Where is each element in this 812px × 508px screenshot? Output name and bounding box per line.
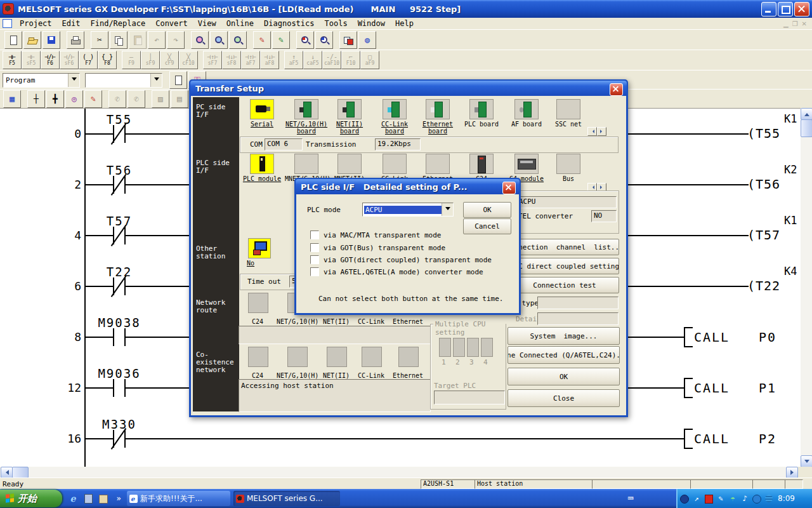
update-tray-icon[interactable] (764, 494, 774, 504)
pc-if-net2-board[interactable]: NET(II) board (328, 99, 371, 135)
scroll-left-icon[interactable] (587, 127, 597, 136)
checkbox-got-bus[interactable] (310, 243, 319, 252)
coil[interactable]: (T22 (747, 278, 780, 293)
taskbar-clock[interactable]: 8:09 (778, 494, 795, 503)
net-traffic-tray-icon[interactable]: ↗ (691, 494, 702, 504)
pc-if-netg10-board[interactable]: NET/G,10(H) board (285, 99, 328, 135)
keyboard-layout-icon[interactable]: ⌨ (625, 493, 636, 504)
restore-button[interactable] (778, 2, 793, 17)
falling-pulse-branch-button[interactable]: ⊣↓⊢aF8 (260, 51, 279, 69)
toolbar4-btn-3[interactable]: ╋ (46, 90, 64, 108)
minimize-button[interactable] (761, 2, 776, 17)
coex-ethernet[interactable] (398, 347, 419, 367)
contact-no[interactable] (113, 379, 114, 397)
coex-c24[interactable] (248, 347, 268, 367)
other-station-no[interactable]: No (237, 238, 280, 267)
scroll-left-button[interactable] (1, 467, 13, 478)
zoom-out-button[interactable] (296, 31, 314, 49)
horizontal-line-button[interactable]: —F9 (122, 51, 141, 69)
network-c24[interactable] (248, 293, 268, 313)
call-instruction[interactable]: CALL (694, 330, 730, 345)
toolbar4-btn-1[interactable]: ▦ (3, 90, 21, 108)
rising-pulse-branch-button[interactable]: ⊣↑⊢aF7 (241, 51, 260, 69)
connection-channel-list-button[interactable]: Connection channel list... (510, 239, 619, 255)
device-comment-button[interactable]: ✎ (253, 31, 271, 49)
cpu-slot-1[interactable] (439, 338, 451, 357)
menu-tools[interactable]: Tools (320, 19, 353, 28)
pc-if-cclink-board[interactable]: CC-Link board (373, 99, 416, 135)
menu-find-replace[interactable]: Find/Replace (85, 19, 150, 28)
find-instruction-button[interactable] (229, 31, 247, 49)
close-icon[interactable] (610, 83, 623, 96)
cpu-slot-3[interactable] (467, 338, 479, 357)
start-button[interactable]: 开始 (0, 490, 62, 507)
find-contact-button[interactable] (210, 31, 228, 49)
program-select[interactable]: Program (3, 73, 80, 88)
toolbar4-btn-7[interactable]: ✆ (128, 90, 145, 108)
coil[interactable]: (T55 (747, 126, 780, 141)
pc-if-ethernet-board[interactable]: Ethernet board (416, 99, 459, 135)
quicklaunch-icon-2[interactable] (82, 493, 94, 504)
vertical-line-button[interactable]: │sF9 (141, 51, 160, 69)
coex-cclink[interactable] (362, 347, 382, 367)
close-dialog-button[interactable]: Close (508, 389, 620, 407)
cpu-slot-2[interactable] (453, 338, 465, 357)
toolbar4-btn-6[interactable]: ✆ (108, 90, 126, 108)
line-connected-button[interactable]: Line Connected (Q/A6TEL,C24)... (508, 346, 620, 364)
plc-if-bus[interactable]: Bus (547, 154, 590, 182)
print-button[interactable] (67, 31, 84, 49)
volume-tray-icon[interactable]: ♪ (740, 494, 750, 504)
chevron-down-icon[interactable] (150, 74, 162, 87)
falling-pulse-button[interactable]: ⊣↓⊢sF8 (222, 51, 241, 69)
find-device-button[interactable] (191, 31, 209, 49)
mdi-child-icon[interactable] (3, 19, 12, 28)
menu-online[interactable]: Online (221, 19, 259, 28)
toolbar4-btn-9[interactable]: ▤ (171, 90, 188, 108)
checkbox-got-direct[interactable] (310, 255, 319, 264)
checkbox-mac-mta[interactable] (310, 231, 319, 239)
quicklaunch-icon-3[interactable] (98, 493, 109, 504)
pc-if-serial[interactable]: Serial (240, 99, 284, 128)
inline-st-button[interactable]: □aF9 (360, 51, 379, 69)
scroll-down-button[interactable] (801, 455, 812, 467)
call-instruction[interactable]: CALL (694, 431, 730, 446)
horizontal-scrollbar[interactable] (0, 467, 798, 478)
chevron-down-icon[interactable] (442, 203, 453, 216)
quicklaunch-overflow-chevron[interactable]: » (113, 493, 124, 504)
vertical-scrollbar[interactable] (801, 108, 812, 467)
umbrella-tray-icon[interactable]: ☂ (728, 494, 738, 504)
zoom-in-button[interactable] (315, 31, 333, 49)
cut-button[interactable]: ✂ (91, 31, 108, 49)
toolbar4-btn-4[interactable]: ◎ (65, 90, 83, 108)
antivirus-tray-icon[interactable] (704, 494, 714, 504)
undo-button[interactable]: ↶ (148, 31, 166, 49)
menu-convert[interactable]: Convert (150, 19, 193, 28)
cpu-slot-4[interactable] (481, 338, 493, 357)
vscroll-thumb[interactable] (801, 119, 812, 137)
call-instruction[interactable]: CALL (694, 380, 730, 396)
checkbox-a6tel-q6tel[interactable] (310, 267, 319, 276)
delete-vline-button[interactable]: ╳cF10 (179, 51, 198, 69)
scroll-right-icon[interactable] (597, 127, 606, 136)
paste-button[interactable] (129, 31, 147, 49)
application-instruction-button[interactable]: { }F8 (98, 51, 117, 69)
system-image-button[interactable]: System image... (508, 327, 620, 345)
contact-no[interactable] (113, 328, 114, 346)
data-name-select[interactable] (85, 73, 162, 88)
close-button[interactable] (794, 2, 809, 17)
falling-edge-button[interactable]: ↓caF5 (303, 51, 322, 69)
task-button-forum[interactable]: e 新手求助!!!关于... (127, 491, 230, 506)
statement-button[interactable]: ✎ (272, 31, 290, 49)
coil[interactable]: (T57 (747, 227, 780, 243)
invert-result-button[interactable]: -/-caF10 (322, 51, 341, 69)
comment-display-button[interactable] (169, 71, 187, 89)
scroll-right-button[interactable] (786, 467, 798, 478)
coil[interactable]: (T56 (747, 177, 780, 192)
plc-if-titlebar[interactable]: PLC side I/F Detailed setting of P... (296, 179, 520, 194)
copy-button[interactable] (110, 31, 128, 49)
transfer-setup-titlebar[interactable]: Transfer Setup (190, 81, 627, 96)
open-button[interactable] (23, 31, 41, 49)
closed-contact-button[interactable]: ⊣/⊢F6 (41, 51, 60, 69)
menu-project[interactable]: Project (15, 19, 57, 28)
cancel-button[interactable]: Cancel (463, 218, 511, 234)
